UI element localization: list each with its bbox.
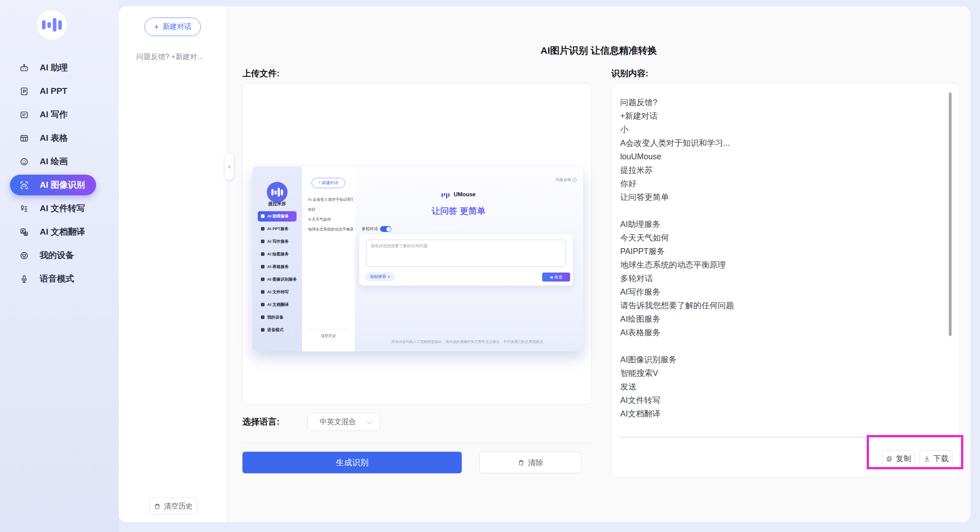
sidebar-item-ai-writing[interactable]: AI 写作 bbox=[10, 103, 96, 126]
mini-item-icon bbox=[261, 252, 265, 256]
mini-item-icon bbox=[261, 265, 265, 268]
ppt-file-icon bbox=[19, 86, 29, 96]
recognized-line: 地球生态系统的动态平衡原理 bbox=[620, 258, 936, 272]
preview-menu: AI 助理服务 AI PPT服务 AI 写作服务 bbox=[252, 210, 302, 336]
upload-dropzone[interactable]: 提拉米苏 AI 助理服务 AI PPT bbox=[242, 83, 592, 404]
preview-clear-history: 清空历史 bbox=[302, 333, 355, 339]
microphone-icon bbox=[19, 274, 29, 284]
preview-sidebar: 提拉米苏 AI 助理服务 AI PPT bbox=[252, 167, 302, 352]
app-logo bbox=[37, 10, 67, 40]
recognized-line: louUMouse bbox=[620, 150, 936, 163]
chevron-left-icon: ‹ bbox=[228, 162, 231, 171]
content-panel: + 新建对话 问题反馈? +新建对... 清空历史 AI图片识别 让信息精准转换… bbox=[119, 6, 971, 522]
generate-recognition-button[interactable]: 生成识别 bbox=[242, 452, 462, 473]
preview-textarea: 请告诉我您想要了解的任何问题 bbox=[366, 240, 566, 267]
sidebar-item-ai-transcription[interactable]: AI 文件转写 bbox=[10, 197, 96, 220]
preview-sidebar-item: AI 图像识别服务 bbox=[258, 273, 297, 286]
scrollbar-thumb[interactable] bbox=[949, 93, 952, 336]
sidebar-menu: AI 助理 AI PPT AI 写作 AI 表格 AI 绘画 AI 图像识别 bbox=[0, 56, 119, 291]
preview-conversation-column: + 新建对话 AI 会改变人类对于知识和学习...你好今天天气如何地球生态系统的… bbox=[302, 167, 355, 352]
language-value: 中英文混合 bbox=[320, 417, 356, 427]
recognized-line: 多轮对话 bbox=[620, 272, 936, 285]
chevron-down-icon bbox=[367, 418, 372, 424]
mini-item-icon bbox=[261, 328, 265, 332]
language-select[interactable]: 中英文混合 bbox=[307, 413, 380, 431]
preview-history-item: 你好 bbox=[308, 204, 353, 214]
recognized-line: AI图像识别服务 bbox=[620, 353, 936, 366]
preview-history-item: 地球生态系统的动态平衡原理 bbox=[308, 224, 353, 234]
plus-icon: + bbox=[154, 23, 159, 31]
sidebar-item-voice-mode[interactable]: 语音模式 bbox=[10, 267, 96, 291]
preview-main-area: 问题反馈 ? UMouse 让问答 更简单 多轮对话 bbox=[355, 167, 583, 352]
divider bbox=[242, 443, 592, 444]
collapse-panel-button[interactable]: ‹ bbox=[225, 153, 233, 180]
conversation-history-item[interactable]: 问题反馈? +新建对... bbox=[136, 52, 203, 62]
table-icon bbox=[19, 133, 29, 143]
sidebar-item-ai-ppt[interactable]: AI PPT bbox=[10, 79, 96, 103]
paper-plane-icon: ◀ bbox=[550, 275, 553, 279]
clear-button[interactable]: 清除 bbox=[479, 452, 581, 473]
recognized-text-list[interactable]: 问题反馈?+新建对话小A会改变人类对于知识和学习...louUMouse提拉米苏… bbox=[620, 96, 936, 418]
recognized-line: 小 bbox=[620, 123, 936, 136]
preview-sidebar-item: AI 文件转写 bbox=[258, 286, 297, 298]
preview-umouse-logo: UMouse bbox=[355, 191, 562, 199]
recognized-line: 发送 bbox=[620, 380, 936, 393]
trash-icon bbox=[518, 459, 525, 466]
preview-history-item: 今天天气如何 bbox=[308, 214, 353, 224]
recognized-line: 问题反馈? bbox=[620, 96, 936, 109]
recognized-line: AI表格服务 bbox=[620, 326, 936, 339]
mini-item-icon bbox=[261, 303, 265, 306]
recognized-line: AI绘图服务 bbox=[620, 312, 936, 326]
trash-icon bbox=[154, 503, 161, 510]
palette-icon bbox=[19, 157, 29, 167]
umouse-waveform-icon bbox=[441, 193, 450, 199]
sidebar-item-ai-image-recognition[interactable]: AI 图像识别 bbox=[10, 175, 96, 195]
recognized-line: 你好 bbox=[620, 177, 936, 190]
mini-item-icon bbox=[261, 278, 265, 281]
sidebar-item-ai-table[interactable]: AI 表格 bbox=[10, 126, 96, 150]
writing-doc-icon bbox=[19, 110, 29, 120]
preview-logo bbox=[267, 182, 288, 203]
preview-sidebar-item: AI 表格服务 bbox=[258, 260, 297, 273]
sidebar-item-ai-painting[interactable]: AI 绘画 bbox=[10, 150, 96, 173]
logo-waveform-icon bbox=[42, 20, 46, 29]
sidebar-item-ai-doc-translate[interactable]: AI 文档翻译 bbox=[10, 220, 96, 244]
preview-multi-turn-row: 多轮对话 bbox=[362, 226, 391, 232]
sidebar: AI 助理 AI PPT AI 写作 AI 表格 AI 绘画 AI 图像识别 bbox=[0, 0, 119, 532]
mini-item-icon bbox=[261, 227, 265, 231]
preview-divider bbox=[307, 329, 350, 329]
transcribe-icon bbox=[19, 204, 29, 213]
recognized-line: AI文档翻译 bbox=[620, 407, 936, 418]
recognized-line bbox=[620, 204, 936, 217]
recognized-line: AI文件转写 bbox=[620, 393, 936, 407]
preview-disclaimer: 所有内容均由人工智能模型输出，其内容的准确性和完整性无法保证，不代表我们的态度或… bbox=[355, 339, 583, 344]
translate-icon bbox=[19, 227, 29, 237]
upload-section-label: 上传文件: bbox=[242, 68, 279, 79]
question-circle-icon: ? bbox=[572, 178, 577, 182]
clear-label: 清除 bbox=[528, 458, 543, 468]
app-window: AI 助理 AI PPT AI 写作 AI 表格 AI 绘画 AI 图像识别 bbox=[0, 0, 980, 532]
preview-input-card: 请告诉我您想要了解的任何问题 智能搜索 ∨ ◀ 发送 bbox=[359, 234, 573, 286]
preview-smart-search-button: 智能搜索 ∨ bbox=[365, 272, 395, 281]
preview-sidebar-item: AI 助理服务 bbox=[258, 211, 297, 222]
recognized-line: 智能搜索V bbox=[620, 366, 936, 380]
new-chat-button[interactable]: + 新建对话 bbox=[144, 18, 201, 36]
clear-history-label: 清空历史 bbox=[164, 502, 193, 511]
mini-item-icon bbox=[261, 315, 265, 319]
recognized-line: 请告诉我您想要了解的任何问题 bbox=[620, 299, 936, 312]
recognized-line: AI写作服务 bbox=[620, 285, 936, 299]
recognized-line: 让问答更简单 bbox=[620, 190, 936, 204]
recognized-line bbox=[620, 339, 936, 353]
preview-feedback-link: 问题反馈 ? bbox=[556, 177, 577, 183]
clear-history-button[interactable]: 清空历史 bbox=[149, 498, 197, 515]
conversation-panel: + 新建对话 问题反馈? +新建对... 清空历史 bbox=[119, 6, 227, 522]
preview-sidebar-item: 语音模式 bbox=[258, 324, 297, 336]
device-icon bbox=[19, 250, 29, 260]
uploaded-image-preview: 提拉米苏 AI 助理服务 AI PPT bbox=[252, 167, 583, 352]
sidebar-item-my-devices[interactable]: 我的设备 bbox=[10, 244, 96, 267]
page-title: AI图片识别 让信息精准转换 bbox=[227, 44, 971, 57]
sidebar-item-ai-assistant[interactable]: AI 助理 bbox=[10, 56, 96, 79]
recognized-line: AI助理服务 bbox=[620, 217, 936, 231]
preview-sidebar-item: 我的设备 bbox=[258, 311, 297, 324]
mini-item-icon bbox=[261, 290, 265, 294]
